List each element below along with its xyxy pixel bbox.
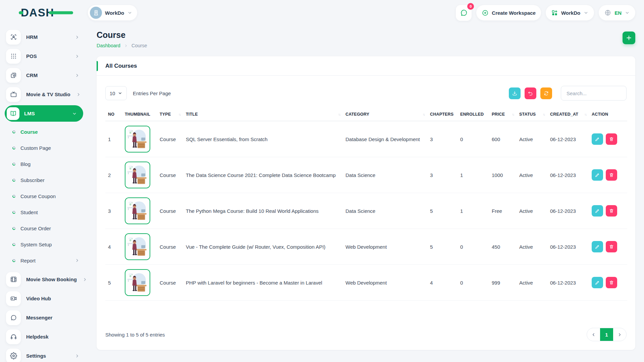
delete-button[interactable] <box>606 205 617 217</box>
edit-button[interactable] <box>592 205 603 217</box>
cell-type: Course <box>157 193 183 229</box>
breadcrumb-current: Course <box>131 43 147 48</box>
language-selector[interactable]: EN <box>599 5 635 20</box>
delete-button[interactable] <box>606 133 617 145</box>
main-content: Course Dashboard Course All Courses 10 <box>88 25 644 350</box>
cell-title: SQL Server Essentials, from Scratch <box>183 121 343 157</box>
grid-plus-icon <box>551 9 558 16</box>
sort-icon[interactable]: ↑↓ <box>178 113 180 116</box>
sidebar-item-label: Movie & TV Studio <box>26 92 70 97</box>
pagination-page-1[interactable]: 1 <box>600 328 613 341</box>
app-logo[interactable]: DASH <box>21 6 54 19</box>
chevron-right-icon <box>74 54 80 59</box>
table-controls: 10 Entries Per Page <box>97 76 635 108</box>
sidebar-item-settings[interactable]: Settings <box>0 346 88 362</box>
sort-icon[interactable]: ↑↓ <box>423 113 425 116</box>
crm-icon <box>6 68 21 83</box>
column-header-type[interactable]: TYPE↑↓ <box>157 108 183 121</box>
sidebar-subitem-label: Course Order <box>20 226 51 231</box>
chat-bubble-icon <box>460 9 468 17</box>
edit-button[interactable] <box>592 277 603 288</box>
column-header-category[interactable]: CATEGORY↑↓ <box>343 108 427 121</box>
cell-chapters: 5 <box>427 193 458 229</box>
sidebar-subitem-report[interactable]: Report <box>0 252 88 268</box>
delete-button[interactable] <box>606 169 617 181</box>
cell-no: 4 <box>105 229 122 265</box>
cell-category: Data Science <box>343 157 427 193</box>
sidebar-subitem-student[interactable]: Student <box>0 204 88 220</box>
building-icon <box>90 7 102 19</box>
breadcrumb-dashboard-link[interactable]: Dashboard <box>97 43 120 48</box>
user-menu[interactable]: WorkDo <box>546 5 594 20</box>
chevron-down-icon <box>72 111 77 116</box>
pencil-icon <box>595 208 600 214</box>
column-header-status[interactable]: STATUS↑↓ <box>517 108 547 121</box>
sidebar-item-movie-show-booking[interactable]: Movie Show Booking <box>0 270 88 289</box>
sidebar-item-helpdesk[interactable]: Helpdesk <box>0 327 88 346</box>
sort-icon[interactable]: ↑↓ <box>543 113 545 116</box>
column-header-title[interactable]: TITLE↑↓ <box>183 108 343 121</box>
chevron-right-icon <box>74 73 80 78</box>
messages-button[interactable]: 0 <box>456 5 472 21</box>
trash-icon <box>609 280 614 285</box>
bullet-icon <box>12 258 16 262</box>
delete-button[interactable] <box>606 277 617 288</box>
add-course-button[interactable] <box>623 32 635 44</box>
sort-icon[interactable]: ↑↓ <box>584 113 586 116</box>
course-thumbnail <box>125 197 150 224</box>
sidebar-item-crm[interactable]: CRM <box>0 66 88 85</box>
cell-type: Course <box>157 265 183 301</box>
sidebar-item-video-hub[interactable]: Video Hub <box>0 289 88 308</box>
edit-button[interactable] <box>592 241 603 252</box>
workspace-selector[interactable]: WorkDo <box>88 5 137 20</box>
column-label: THUMBNAIL <box>125 112 150 117</box>
pagination-next-button[interactable] <box>613 328 626 341</box>
sort-icon[interactable]: ↑↓ <box>512 113 514 116</box>
sidebar-item-label: Settings <box>26 353 46 359</box>
entries-per-page-value: 10 <box>110 90 115 96</box>
plus-icon <box>626 35 632 41</box>
sidebar-subitem-system-setup[interactable]: System Setup <box>0 236 88 252</box>
column-header-created-at[interactable]: CREATED_AT↑↓ <box>547 108 589 121</box>
sidebar-subitem-course-order[interactable]: Course Order <box>0 220 88 236</box>
bullet-icon <box>12 242 16 246</box>
sidebar-item-label: Messenger <box>26 315 52 320</box>
create-workspace-button[interactable]: Create Workspace <box>476 5 541 20</box>
sidebar-subitem-label: Course Coupon <box>20 193 56 199</box>
edit-button[interactable] <box>592 133 603 145</box>
cell-thumbnail <box>122 229 157 265</box>
column-header-chapters: CHAPTERS <box>427 108 458 121</box>
sidebar-subitem-course-coupon[interactable]: Course Coupon <box>0 188 88 204</box>
sidebar-subitem-blog[interactable]: Blog <box>0 156 88 172</box>
export-button[interactable] <box>509 87 521 99</box>
cell-category: Data Science <box>343 193 427 229</box>
cell-type: Course <box>157 157 183 193</box>
delete-button[interactable] <box>606 241 617 252</box>
cell-category: Database Design & Development <box>343 121 427 157</box>
edit-button[interactable] <box>592 169 603 181</box>
cell-action <box>589 193 627 229</box>
column-header-price[interactable]: PRICE↑↓ <box>489 108 517 121</box>
column-header-thumbnail: THUMBNAIL <box>122 108 157 121</box>
undo-icon <box>528 90 533 96</box>
bullet-icon <box>12 194 16 198</box>
page-header: Course Dashboard Course <box>97 30 635 48</box>
sidebar-item-lms[interactable]: LMS <box>5 105 83 122</box>
entries-per-page-select[interactable]: 10 <box>105 86 127 100</box>
cell-created-at: 06-12-2023 <box>547 193 589 229</box>
refresh-button[interactable] <box>540 87 552 99</box>
reset-button[interactable] <box>525 87 536 99</box>
search-input[interactable] <box>561 86 627 101</box>
sidebar-item-messenger[interactable]: Messenger <box>0 308 88 327</box>
sort-icon[interactable]: ↑↓ <box>338 113 340 116</box>
sidebar-item-label: Video Hub <box>26 296 51 301</box>
sidebar-item-pos[interactable]: POS <box>0 47 88 66</box>
sidebar-subitem-custom-page[interactable]: Custom Page <box>0 140 88 156</box>
cell-title: The Data Science Course 2021: Complete D… <box>183 157 343 193</box>
sidebar-subitem-course[interactable]: Course <box>0 124 88 140</box>
pagination-prev-button[interactable] <box>587 328 600 341</box>
sidebar-item-hrm[interactable]: HRM <box>0 27 88 47</box>
sidebar-item-movie-tv-studio[interactable]: Movie & TV Studio <box>0 85 88 104</box>
sidebar-subitem-subscriber[interactable]: Subscriber <box>0 172 88 188</box>
cell-status: Active <box>517 121 547 157</box>
